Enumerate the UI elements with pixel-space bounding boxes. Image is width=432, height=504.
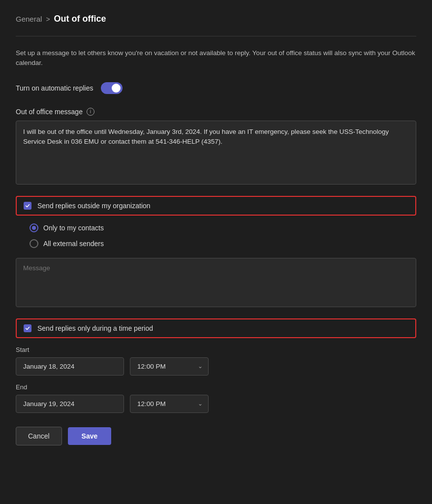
start-time-select[interactable]: 12:00 PM 1:00 PM 2:00 PM xyxy=(130,357,209,376)
send-replies-time-period-checkbox[interactable] xyxy=(24,324,31,332)
page-container: General > Out of office Set up a message… xyxy=(0,0,432,459)
radio-only-contacts[interactable]: Only to my contacts xyxy=(30,223,416,232)
radio-all-external-label: All external senders xyxy=(43,240,104,248)
ooo-message-textarea[interactable] xyxy=(16,121,416,185)
breadcrumb-general[interactable]: General xyxy=(16,15,42,23)
start-label: Start xyxy=(16,346,416,353)
radio-only-contacts-label: Only to my contacts xyxy=(43,224,104,232)
page-description: Set up a message to let others know you'… xyxy=(16,48,416,68)
breadcrumb: General > Out of office xyxy=(16,14,416,24)
automatic-replies-toggle[interactable] xyxy=(101,82,123,94)
ooo-message-label: Out of office message xyxy=(16,108,83,116)
breadcrumb-current: Out of office xyxy=(54,14,106,24)
cancel-button[interactable]: Cancel xyxy=(16,427,62,445)
radio-all-external[interactable]: All external senders xyxy=(30,239,416,248)
send-replies-outside-label: Send replies outside my organization xyxy=(37,202,151,210)
automatic-replies-row: Turn on automatic replies xyxy=(16,82,416,94)
send-replies-time-period-label: Send replies only during a time period xyxy=(37,324,153,332)
automatic-replies-label: Turn on automatic replies xyxy=(16,84,93,92)
save-button[interactable]: Save xyxy=(68,427,112,445)
send-replies-outside-checkbox[interactable] xyxy=(24,202,31,210)
info-icon[interactable]: i xyxy=(87,108,94,116)
send-replies-time-period-row[interactable]: Send replies only during a time period xyxy=(16,318,416,338)
radio-only-contacts-indicator[interactable] xyxy=(30,223,38,232)
send-replies-outside-row[interactable]: Send replies outside my organization xyxy=(16,196,416,216)
start-date-input[interactable] xyxy=(16,357,124,376)
header-divider xyxy=(16,36,416,36)
radio-all-external-indicator[interactable] xyxy=(30,239,38,248)
end-date-input[interactable] xyxy=(16,395,124,413)
ooo-message-label-row: Out of office message i xyxy=(16,108,416,116)
button-row: Cancel Save xyxy=(16,427,416,445)
external-message-textarea[interactable] xyxy=(16,258,416,307)
breadcrumb-separator: > xyxy=(46,15,50,23)
end-time-select[interactable]: 12:00 PM 1:00 PM 2:00 PM xyxy=(130,395,209,413)
radio-group: Only to my contacts All external senders xyxy=(30,223,416,248)
start-date-time-row: 12:00 PM 1:00 PM 2:00 PM ⌄ xyxy=(16,357,416,376)
end-date-time-row: 12:00 PM 1:00 PM 2:00 PM ⌄ xyxy=(16,395,416,413)
end-label: End xyxy=(16,383,416,391)
end-time-wrapper: 12:00 PM 1:00 PM 2:00 PM ⌄ xyxy=(130,395,209,413)
start-time-wrapper: 12:00 PM 1:00 PM 2:00 PM ⌄ xyxy=(130,357,209,376)
